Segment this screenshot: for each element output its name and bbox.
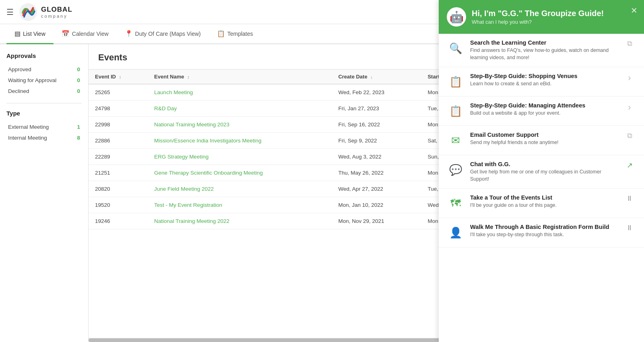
tab-duty-of-care[interactable]: 📍 Duty Of Care (Maps View) [117, 24, 209, 44]
col-event-id[interactable]: Event ID ↕ [89, 70, 148, 84]
event-link[interactable]: ERG Strategy Meeting [154, 154, 208, 160]
chat-item-title: Take a Tour of the Events List [470, 194, 617, 201]
chat-item-action-search-learning: ⧉ [623, 39, 636, 48]
event-link[interactable]: National Training Meeting 2023 [154, 122, 229, 128]
chat-avatar: 🤖 [447, 7, 466, 27]
sidebar-item-approved[interactable]: Approved 0 [6, 64, 82, 75]
tab-templates[interactable]: 📋 Templates [209, 24, 261, 44]
cell-create-date: Wed, Aug 3, 2022 [332, 149, 421, 165]
chat-item-email-support[interactable]: ✉ Email Customer Support Send my helpful… [439, 126, 644, 155]
map-pin-icon: 📍 [125, 30, 133, 37]
chat-item-icon-email-support: ✉ [447, 132, 464, 149]
event-link[interactable]: June Field Meeting 2022 [154, 186, 214, 192]
chat-item-title: Chat with G.G. [470, 161, 617, 167]
chat-item-chat-gg[interactable]: 💬 Chat with G.G. Get live help from me o… [439, 155, 644, 189]
sidebar: Approvals Approved 0 Waiting for Approva… [0, 44, 89, 342]
sidebar-item-external[interactable]: External Meeting 1 [6, 122, 82, 132]
chat-item-action-step-by-step-shopping: › [623, 73, 636, 83]
tab-calendar-view[interactable]: 📅 Calendar View [54, 24, 117, 44]
cell-create-date: Wed, Apr 27, 2022 [332, 181, 421, 197]
chat-item-action-step-by-step-attendees: › [623, 102, 636, 113]
chat-item-registration-form[interactable]: 👤 Walk Me Through A Basic Registration F… [439, 218, 644, 247]
chat-item-step-by-step-shopping[interactable]: 📋 Step-By-Step Guide: Shopping Venues Le… [439, 67, 644, 97]
chat-item-title: Walk Me Through A Basic Registration For… [470, 224, 617, 230]
sidebar-item-internal[interactable]: Internal Meeting 8 [6, 132, 82, 143]
chat-item-search-learning[interactable]: 🔍 Search the Learning Center Find answer… [439, 34, 644, 67]
chat-item-tour-events[interactable]: 🗺 Take a Tour of the Events List I'll be… [439, 189, 644, 218]
chat-item-icon-registration-form: 👤 [447, 224, 464, 241]
event-link[interactable]: Gene Therapy Scientific Onboarding Meeti… [154, 170, 263, 176]
sort-icon-name: ↕ [187, 74, 190, 79]
cell-event-name: June Field Meeting 2022 [148, 181, 332, 197]
sidebar-item-waiting[interactable]: Waiting for Approval 0 [6, 75, 82, 86]
cell-event-id: 19520 [89, 197, 148, 213]
cell-create-date: Wed, Feb 22, 2023 [332, 84, 421, 101]
chat-item-content-search-learning: Search the Learning Center Find answers … [470, 39, 617, 61]
chat-header-text: Hi, I'm "G.G." The Groupize Guide! What … [472, 9, 604, 25]
sort-icon-create: ↓ [370, 74, 373, 79]
chevron-right-icon: › [628, 73, 631, 83]
chat-item-title: Step-By-Step Guide: Managing Attendees [470, 102, 617, 109]
cell-event-id: 20820 [89, 181, 148, 197]
chat-item-action-chat-gg: ↗ [623, 161, 636, 170]
scroll-thumb [89, 338, 477, 342]
active-icon: ↗ [627, 161, 633, 170]
sidebar-divider [6, 103, 82, 103]
pause-icon: ⏸ [626, 194, 633, 203]
external-icon: ⧉ [627, 132, 632, 140]
cell-event-id: 24798 [89, 101, 148, 117]
pause-icon: ⏸ [626, 224, 633, 232]
cell-create-date: Fri, Jan 27, 2023 [332, 101, 421, 117]
chat-item-action-tour-events: ⏸ [623, 194, 636, 203]
chat-item-icon-step-by-step-attendees: 📋 [447, 102, 464, 120]
event-link[interactable]: Launch Meeting [154, 89, 193, 95]
cell-create-date: Fri, Sep 16, 2022 [332, 117, 421, 133]
cell-create-date: Fri, Sep 9, 2022 [332, 133, 421, 149]
chat-item-desc: Find answers to FAQ's, view how-to guide… [470, 47, 617, 61]
cell-event-id: 22998 [89, 117, 148, 133]
chat-item-title: Email Customer Support [470, 132, 617, 138]
hamburger-menu[interactable]: ☰ [6, 7, 14, 17]
chat-item-desc: Send my helpful friends a note anytime! [470, 139, 617, 146]
cell-event-name: R&D Day [148, 101, 332, 117]
col-event-name[interactable]: Event Name ↕ [148, 70, 332, 84]
chat-item-content-email-support: Email Customer Support Send my helpful f… [470, 132, 617, 146]
chat-panel: 🤖 Hi, I'm "G.G." The Groupize Guide! Wha… [439, 0, 644, 342]
cell-event-name: ERG Strategy Meeting [148, 149, 332, 165]
chat-item-icon-tour-events: 🗺 [447, 194, 464, 212]
chat-item-icon-search-learning: 🔍 [447, 39, 464, 57]
tab-list-view[interactable]: ▤ List View [6, 24, 54, 44]
event-link[interactable]: R&D Day [154, 105, 177, 111]
chat-item-desc: Learn how to create & send an eBid. [470, 80, 617, 88]
approvals-title: Approvals [6, 52, 82, 59]
logo-text: GLOBAL company [41, 6, 72, 19]
chat-item-content-step-by-step-attendees: Step-By-Step Guide: Managing Attendees B… [470, 102, 617, 117]
chat-item-content-registration-form: Walk Me Through A Basic Registration For… [470, 224, 617, 239]
event-link[interactable]: Test - My Event Registration [154, 202, 222, 208]
cell-event-name: National Training Meeting 2022 [148, 213, 332, 229]
chat-item-title: Search the Learning Center [470, 39, 617, 46]
cell-event-name: National Training Meeting 2023 [148, 117, 332, 133]
cell-event-id: 19246 [89, 213, 148, 229]
chat-item-desc: Get live help from me or one of my colle… [470, 169, 617, 183]
cell-event-id: 25265 [89, 84, 148, 101]
sidebar-item-declined[interactable]: Declined 0 [6, 86, 82, 97]
event-link[interactable]: National Training Meeting 2022 [154, 218, 229, 224]
cell-create-date: Mon, Jan 10, 2022 [332, 197, 421, 213]
calendar-icon: 📅 [62, 30, 70, 37]
chat-item-action-registration-form: ⏸ [623, 224, 636, 232]
templates-icon: 📋 [217, 30, 225, 37]
sort-icon-id: ↕ [119, 74, 122, 79]
cell-create-date: Thu, May 26, 2022 [332, 165, 421, 181]
chat-item-action-email-support: ⧉ [623, 132, 636, 140]
cell-create-date: Mon, Nov 29, 2021 [332, 213, 421, 229]
col-create-date[interactable]: Create Date ↓ [332, 70, 421, 84]
chat-close-button[interactable]: ✕ [631, 6, 638, 15]
logo-icon [19, 2, 38, 22]
type-title: Type [6, 110, 82, 117]
event-link[interactable]: Mission/Essence India Investigators Meet… [154, 138, 261, 144]
cell-event-name: Mission/Essence India Investigators Meet… [148, 133, 332, 149]
chat-item-step-by-step-attendees[interactable]: 📋 Step-By-Step Guide: Managing Attendees… [439, 97, 644, 126]
chat-items-list: 🔍 Search the Learning Center Find answer… [439, 34, 644, 342]
logo: GLOBAL company [19, 2, 72, 22]
